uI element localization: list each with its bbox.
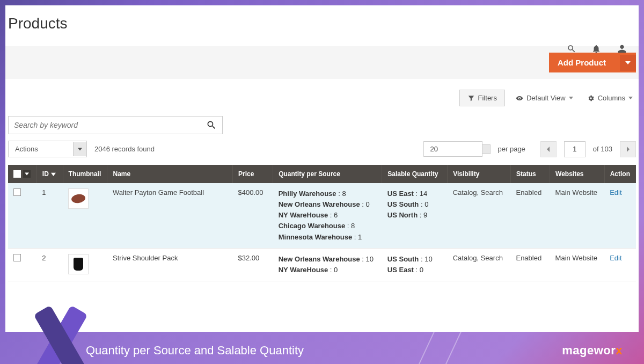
user-icon[interactable]	[616, 43, 628, 57]
col-thumbnail[interactable]: Thumbnail	[63, 165, 107, 183]
col-salable[interactable]: Salable Quantity	[382, 165, 448, 183]
chevron-down-icon	[628, 97, 633, 99]
gear-icon	[587, 94, 595, 102]
eye-icon	[516, 94, 523, 102]
records-found: 2046 records found	[94, 145, 155, 153]
row-checkbox[interactable]	[13, 254, 21, 261]
cell-id: 1	[36, 183, 63, 248]
default-view-label: Default View	[526, 94, 566, 102]
sort-icon[interactable]	[51, 170, 56, 178]
cell-price: $32.00	[233, 248, 273, 281]
table-row[interactable]: 1 Walter Payton Game Football $400.00 Ph…	[8, 183, 636, 248]
per-page-label: per page	[498, 145, 525, 153]
select-all-checkbox[interactable]	[13, 170, 21, 178]
chevron-down-icon	[569, 97, 573, 99]
col-qty-source[interactable]: Quantity per Source	[273, 165, 382, 183]
cell-qty-source: Philly Warehouse : 8New Orleans Warehous…	[273, 183, 382, 248]
cell-name: Strive Shoulder Pack	[107, 248, 233, 281]
app-frame: Products Add Product Filters Default Vie…	[5, 5, 639, 332]
chevron-down-icon	[73, 142, 86, 156]
footer-caption: Quantity per Source and Salable Quantity	[86, 344, 304, 358]
products-grid: ID Thumbnail Name Price Quantity per Sou…	[8, 165, 636, 281]
row-checkbox[interactable]	[13, 188, 21, 196]
filters-button[interactable]: Filters	[459, 90, 505, 106]
col-action[interactable]: Action	[604, 165, 636, 183]
cell-qty-source: New Orleans Warehouse : 10NY WareHouse :…	[273, 248, 382, 281]
columns-label: Columns	[598, 94, 625, 102]
filter-icon	[467, 94, 475, 102]
search-input[interactable]	[14, 121, 206, 129]
cell-price: $400.00	[233, 183, 273, 248]
search-input-wrapper[interactable]	[8, 116, 223, 134]
actions-label: Actions	[9, 141, 73, 157]
bell-icon[interactable]	[591, 44, 601, 56]
cell-visibility: Catalog, Search	[448, 248, 511, 281]
brand-logo: mageworx	[562, 344, 623, 358]
col-price[interactable]: Price	[233, 165, 273, 183]
col-websites[interactable]: Websites	[550, 165, 605, 183]
actions-dropdown[interactable]: Actions	[8, 141, 87, 157]
thumbnail[interactable]	[68, 254, 89, 274]
filters-label: Filters	[478, 94, 497, 102]
search-icon[interactable]	[567, 44, 576, 56]
page-title: Products	[8, 15, 639, 32]
cell-salable: US East : 14US South : 0US North : 9	[382, 183, 448, 248]
col-visibility[interactable]: Visibility	[448, 165, 511, 183]
col-id[interactable]: ID	[42, 170, 49, 178]
page-total: of 103	[593, 145, 612, 153]
table-row[interactable]: 2 Strive Shoulder Pack $32.00 New Orlean…	[8, 248, 636, 281]
cell-status: Enabled	[510, 183, 550, 248]
cell-websites: Main Website	[550, 183, 605, 248]
edit-link[interactable]: Edit	[610, 188, 621, 196]
prev-page-button[interactable]	[540, 141, 557, 157]
cell-salable: US South : 10US East : 0	[382, 248, 448, 281]
chevron-down-icon	[482, 144, 491, 154]
next-page-button[interactable]	[620, 141, 636, 157]
col-name[interactable]: Name	[107, 165, 233, 183]
default-view-dropdown[interactable]: Default View	[513, 90, 576, 106]
chevron-down-icon[interactable]	[620, 55, 636, 71]
cell-name: Walter Payton Game Football	[107, 183, 233, 248]
col-status[interactable]: Status	[510, 165, 550, 183]
brand-text: magewor	[562, 344, 616, 357]
page-size-value: 20	[423, 141, 482, 157]
cell-status: Enabled	[510, 248, 550, 281]
thumbnail[interactable]	[68, 188, 89, 209]
cell-id: 2	[36, 248, 63, 281]
brand-x: x	[616, 344, 623, 357]
columns-dropdown[interactable]: Columns	[584, 90, 636, 106]
page-input[interactable]	[564, 141, 586, 157]
cell-visibility: Catalog, Search	[448, 183, 511, 248]
cell-websites: Main Website	[550, 248, 605, 281]
search-icon[interactable]	[206, 120, 217, 130]
add-product-label: Add Product	[558, 58, 606, 67]
chevron-down-icon[interactable]	[23, 170, 31, 178]
footer-bar: Quantity per Source and Salable Quantity…	[0, 337, 644, 364]
edit-link[interactable]: Edit	[610, 254, 621, 262]
page-size-dropdown[interactable]: 20	[423, 141, 491, 157]
